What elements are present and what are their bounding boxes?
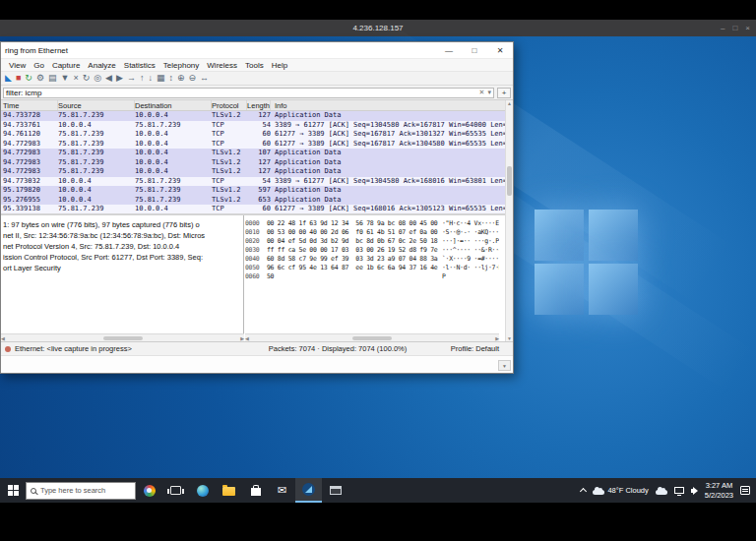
start-button[interactable] — [0, 478, 26, 503]
volume-icon[interactable] — [691, 489, 694, 493]
packet-detail-line[interactable]: ission Control Protocol, Src Port: 61277… — [1, 252, 243, 263]
pinned-app-mail[interactable]: ✉ — [269, 478, 295, 503]
menu-item[interactable]: Wireless — [203, 61, 241, 70]
packet-row[interactable]: 95.339138 75.81.7.239 10.0.0.4 TCP 60 61… — [1, 205, 507, 213]
scroll-up-icon[interactable]: ▲ — [506, 100, 513, 106]
profile-selector[interactable]: Profile: Default — [428, 344, 513, 353]
display-filter-input[interactable]: filter: icmp ✕ ▾ — [3, 88, 494, 98]
close-button[interactable]: ✕ — [487, 42, 513, 58]
rdp-restore-icon[interactable]: □ — [732, 24, 737, 32]
previous-packet-icon[interactable]: ◀ — [105, 74, 112, 83]
pinned-app-edge[interactable] — [189, 478, 216, 503]
taskbar-app-wireshark[interactable] — [295, 478, 322, 503]
hex-dump-line[interactable]: 0020 00 04 ef 5d 0d 3d b2 9d bc 8d 0b 67… — [245, 237, 499, 246]
search-input[interactable]: Type here to search — [26, 482, 136, 500]
find-packet-icon[interactable]: ◎ — [94, 74, 101, 83]
hex-dump-line[interactable]: 0040 60 8d 58 c7 9e 99 ef 39 03 3d 23 a9… — [245, 255, 499, 264]
scroll-right-icon[interactable]: ▶ — [495, 335, 499, 341]
tray-expand-icon[interactable] — [580, 488, 587, 495]
clock[interactable]: 3:27 AM 5/2/2023 — [705, 481, 733, 500]
hex-dump-line[interactable]: 0060 50 P — [245, 272, 499, 281]
hex-dump-line[interactable]: 0010 00 53 00 00 40 00 2d 06 f0 61 4b 51… — [245, 228, 499, 237]
scroll-down-icon[interactable]: ▼ — [506, 335, 513, 341]
bytes-horizontal-scrollbar[interactable]: ◀ ▶ — [245, 333, 499, 341]
packet-row[interactable]: 95.179820 10.0.0.4 75.81.7.239 TLSv1.2 5… — [1, 186, 507, 196]
column-header-destination[interactable]: Destination — [135, 100, 212, 110]
packet-detail-line[interactable]: net Protocol Version 4, Src: 75.81.7.239… — [1, 241, 243, 252]
network-icon[interactable] — [674, 487, 684, 494]
zoom-in-icon[interactable]: ⊕ — [177, 74, 185, 83]
zoom-out-icon[interactable]: ⊖ — [189, 74, 197, 83]
scroll-left-icon[interactable]: ◀ — [1, 335, 5, 341]
minimize-button[interactable]: — — [436, 42, 462, 58]
scroll-down-icon[interactable]: ▼ — [498, 360, 511, 371]
start-capture-icon[interactable]: ◣ — [5, 74, 12, 83]
pinned-app-colorful[interactable] — [136, 478, 162, 503]
column-header-info[interactable]: Info — [271, 100, 507, 110]
colorize-icon[interactable]: ▦ — [157, 74, 165, 83]
rdp-connection-bar[interactable]: 4.236.128.157 – □ × — [0, 20, 756, 36]
maximize-button[interactable]: □ — [462, 42, 487, 58]
menu-item[interactable]: Help — [268, 61, 291, 70]
menu-item[interactable]: Go — [30, 61, 48, 70]
packet-row[interactable]: 94.733761 10.0.0.4 75.81.7.239 TCP 54 33… — [1, 121, 507, 131]
onedrive-icon[interactable] — [656, 490, 667, 495]
first-packet-icon[interactable]: ↑ — [140, 74, 145, 83]
menu-item[interactable]: Capture — [48, 61, 84, 70]
packet-row[interactable]: 95.276955 10.0.0.4 75.81.7.239 TLSv1.2 6… — [1, 196, 507, 206]
packet-row[interactable]: 94.733728 75.81.7.239 10.0.0.4 TLSv1.2 1… — [1, 111, 507, 121]
reload-icon[interactable]: ↻ — [83, 74, 91, 83]
expert-info-icon[interactable] — [5, 346, 11, 352]
column-header-source[interactable]: Source — [58, 100, 135, 110]
packet-detail-line[interactable]: ort Layer Security — [1, 263, 243, 273]
filter-add-button[interactable]: + — [497, 88, 511, 98]
task-view-button[interactable] — [162, 478, 189, 503]
packet-row[interactable]: 94.772983 75.81.7.239 10.0.0.4 TCP 60 61… — [1, 140, 507, 150]
filter-dropdown-icon[interactable]: ▾ — [487, 89, 491, 96]
scrollbar-thumb[interactable] — [507, 166, 512, 196]
taskbar-app-window[interactable] — [322, 478, 348, 503]
resize-columns-icon[interactable]: ↔ — [200, 74, 209, 83]
scroll-right-icon[interactable]: ▶ — [240, 335, 244, 341]
packet-row[interactable]: 94.773032 10.0.0.4 75.81.7.239 TCP 54 33… — [1, 177, 507, 187]
packet-row[interactable]: 94.772983 75.81.7.239 10.0.0.4 TLSv1.2 1… — [1, 167, 507, 177]
column-header-time[interactable]: Time — [1, 100, 58, 110]
auto-scroll-icon[interactable]: ↕ — [168, 74, 173, 83]
pinned-app-file-explorer[interactable] — [216, 478, 242, 503]
last-packet-icon[interactable]: ↓ — [148, 74, 153, 83]
next-packet-icon[interactable]: ▶ — [116, 74, 123, 83]
hex-dump-line[interactable]: 0030 ff ff ca 5e 00 00 17 03 03 00 26 19… — [245, 246, 499, 255]
window-titlebar[interactable]: ring from Ethernet — □ ✕ — [1, 42, 513, 59]
column-header-length[interactable]: Length — [247, 100, 271, 110]
close-capture-icon[interactable]: × — [73, 74, 78, 83]
rdp-minimize-icon[interactable]: – — [721, 24, 724, 32]
rdp-close-icon[interactable]: × — [745, 24, 750, 32]
hex-dump-line[interactable]: 0000 00 22 48 1f 63 9d 12 34 56 78 9a bc… — [245, 219, 499, 228]
packet-row[interactable]: 94.772983 75.81.7.239 10.0.0.4 TLSv1.2 1… — [1, 149, 507, 158]
scrollbar-thumb[interactable] — [352, 336, 392, 340]
menu-item[interactable]: Tools — [241, 61, 268, 70]
packet-list-vertical-scrollbar[interactable]: ▲ ▼ — [505, 100, 513, 341]
go-to-packet-icon[interactable]: → — [127, 74, 136, 83]
details-horizontal-scrollbar[interactable]: ◀ ▶ — [1, 333, 244, 341]
packet-detail-line[interactable]: net II, Src: 12:34:56:78:9a:bc (12:34:56… — [1, 230, 243, 241]
filter-clear-icon[interactable]: ✕ — [479, 89, 485, 96]
packet-detail-line[interactable]: 1: 97 bytes on wire (776 bits), 97 bytes… — [1, 219, 243, 230]
packet-row[interactable]: 94.761120 75.81.7.239 10.0.0.4 TCP 60 61… — [1, 130, 507, 140]
menu-item[interactable]: Telephony — [159, 61, 203, 70]
menu-item[interactable]: Statistics — [120, 61, 159, 70]
restart-capture-icon[interactable]: ↻ — [25, 74, 32, 83]
save-file-icon[interactable]: ▼ — [61, 74, 70, 83]
hex-dump-line[interactable]: 0050 96 6c cf 95 4e 13 64 87 ee 1b 6c 6a… — [245, 264, 499, 272]
scroll-left-icon[interactable]: ◀ — [245, 335, 249, 341]
capture-options-icon[interactable]: ⚙ — [36, 74, 44, 83]
column-header-protocol[interactable]: Protocol — [212, 100, 247, 110]
menu-item[interactable]: View — [5, 61, 30, 70]
pinned-app-store[interactable] — [242, 478, 269, 503]
scrollbar-thumb[interactable] — [103, 336, 143, 340]
open-file-icon[interactable]: ▤ — [48, 74, 57, 83]
action-center-icon[interactable] — [740, 486, 750, 495]
packet-row[interactable]: 94.772983 75.81.7.239 10.0.0.4 TLSv1.2 1… — [1, 158, 507, 168]
menu-item[interactable]: Analyze — [84, 61, 119, 70]
stop-capture-icon[interactable]: ■ — [16, 74, 21, 83]
